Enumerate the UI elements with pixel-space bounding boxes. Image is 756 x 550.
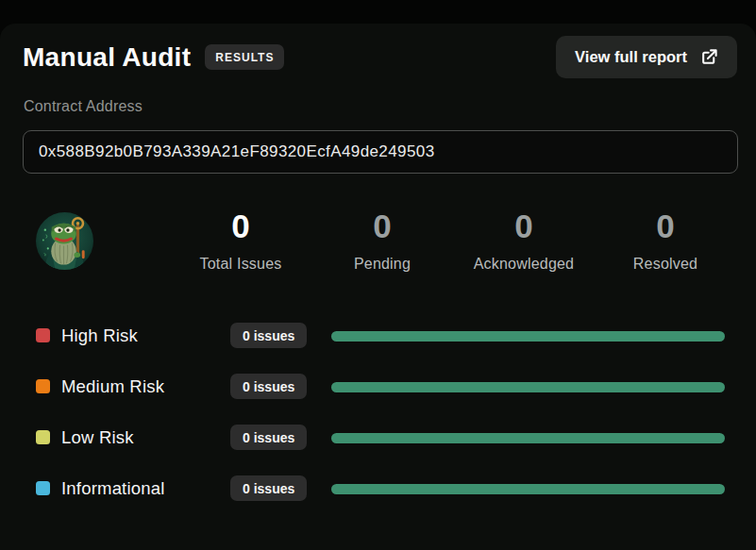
risk-row-informational: Informational 0 issues bbox=[23, 463, 725, 514]
risk-row-low: Low Risk 0 issues bbox=[23, 412, 725, 463]
stat-resolved-label: Resolved bbox=[595, 256, 736, 273]
stat-resolved-value: 0 bbox=[595, 208, 736, 245]
medium-risk-count-badge: 0 issues bbox=[230, 374, 307, 399]
medium-risk-progress-bar bbox=[331, 382, 725, 392]
page-title: Manual Audit bbox=[23, 42, 191, 73]
stat-pending-value: 0 bbox=[311, 208, 453, 245]
stat-total-issues-value: 0 bbox=[170, 208, 311, 245]
stat-resolved: 0 Resolved bbox=[595, 208, 736, 273]
informational-label: Informational bbox=[61, 478, 165, 499]
contract-address-input[interactable] bbox=[23, 130, 738, 174]
token-avatar bbox=[35, 211, 94, 271]
stat-total-issues-label: Total Issues bbox=[170, 256, 311, 273]
high-risk-progress-fill bbox=[331, 331, 725, 342]
results-badge: RESULTS bbox=[205, 44, 284, 70]
stat-pending-label: Pending bbox=[311, 256, 453, 273]
medium-risk-swatch bbox=[36, 379, 50, 393]
informational-count-badge: 0 issues bbox=[230, 475, 307, 501]
low-risk-label: Low Risk bbox=[61, 427, 134, 448]
medium-risk-progress-fill bbox=[331, 382, 725, 392]
header: Manual Audit RESULTS View full report bbox=[23, 36, 737, 78]
low-risk-count-badge: 0 issues bbox=[230, 425, 307, 450]
stat-acknowledged: 0 Acknowledged bbox=[453, 208, 595, 273]
informational-progress-bar bbox=[331, 484, 725, 494]
medium-risk-label: Medium Risk bbox=[61, 376, 164, 397]
risk-breakdown: High Risk 0 issues Medium Risk 0 issues … bbox=[23, 310, 725, 514]
low-risk-progress-fill bbox=[331, 433, 725, 443]
high-risk-swatch bbox=[36, 328, 50, 342]
low-risk-swatch bbox=[36, 430, 50, 444]
stat-acknowledged-label: Acknowledged bbox=[453, 256, 595, 273]
stat-total-issues: 0 Total Issues bbox=[170, 208, 311, 273]
high-risk-label: High Risk bbox=[61, 325, 138, 346]
risk-row-medium: Medium Risk 0 issues bbox=[23, 361, 725, 412]
view-full-report-label: View full report bbox=[575, 48, 687, 66]
risk-row-high: High Risk 0 issues bbox=[23, 310, 725, 361]
informational-progress-fill bbox=[331, 484, 725, 494]
high-risk-count-badge: 0 issues bbox=[230, 323, 307, 348]
high-risk-progress-bar bbox=[331, 331, 725, 342]
informational-swatch bbox=[36, 481, 50, 495]
contract-address-label: Contract Address bbox=[24, 98, 143, 115]
pepe-wizard-avatar-image bbox=[35, 211, 94, 271]
view-full-report-button[interactable]: View full report bbox=[556, 36, 737, 78]
low-risk-progress-bar bbox=[331, 433, 725, 443]
stat-acknowledged-value: 0 bbox=[453, 208, 595, 245]
external-link-icon bbox=[700, 48, 718, 66]
stat-pending: 0 Pending bbox=[311, 208, 453, 273]
issues-summary: 0 Total Issues 0 Pending 0 Acknowledged … bbox=[170, 208, 736, 273]
